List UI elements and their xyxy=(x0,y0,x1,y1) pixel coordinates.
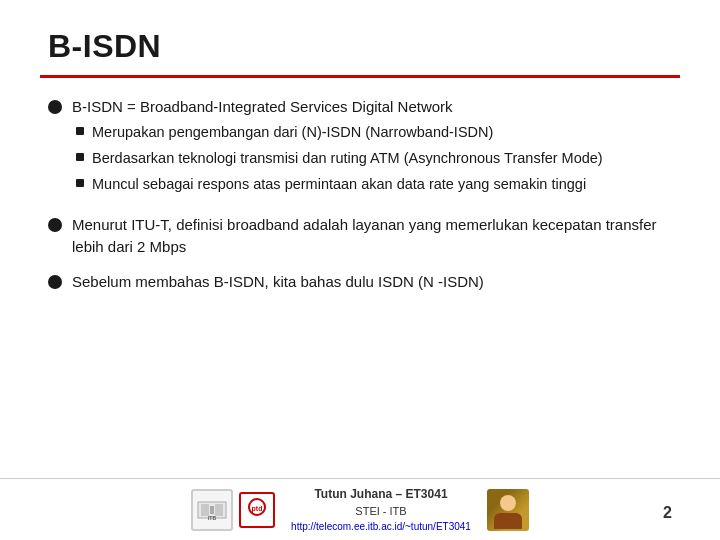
footer-url: http://telecom.ee.itb.ac.id/~tutun/ET304… xyxy=(291,519,471,534)
sub-bullets-1: Merupakan pengembangan dari (N)-ISDN (Na… xyxy=(76,122,672,195)
svg-rect-2 xyxy=(215,504,223,516)
svg-text:ITB: ITB xyxy=(208,515,216,521)
sub-bullet-1-2-text: Berdasarkan teknologi transmisi dan ruti… xyxy=(92,148,603,169)
avatar-head xyxy=(500,495,516,511)
sub-bullet-1-1: Merupakan pengembangan dari (N)-ISDN (Na… xyxy=(76,122,672,143)
bullet-icon-2 xyxy=(48,218,62,232)
title-bar: B-ISDN xyxy=(0,0,720,75)
bullet-2: Menurut ITU-T, definisi broadband adalah… xyxy=(48,214,672,258)
bullet-1-content: B-ISDN = Broadband-Integrated Services D… xyxy=(72,96,672,200)
bullet-3: Sebelum membahas B-ISDN, kita bahas dulu… xyxy=(48,271,672,293)
footer: ITB ptd Tutun Juhana – ET3041 STEI - ITB… xyxy=(0,478,720,540)
logo-itb: ITB xyxy=(191,489,233,531)
footer-text-block: Tutun Juhana – ET3041 STEI - ITB http://… xyxy=(291,485,471,535)
itb-logo-svg: ITB xyxy=(196,494,228,526)
bullet-icon-1 xyxy=(48,100,62,114)
bullet-icon-3 xyxy=(48,275,62,289)
sub-bullet-1-2: Berdasarkan teknologi transmisi dan ruti… xyxy=(76,148,672,169)
slide: B-ISDN B-ISDN = Broadband-Integrated Ser… xyxy=(0,0,720,540)
footer-author: Tutun Juhana – ET3041 xyxy=(291,485,471,503)
bullet-2-content: Menurut ITU-T, definisi broadband adalah… xyxy=(72,214,672,258)
bullet-3-content: Sebelum membahas B-ISDN, kita bahas dulu… xyxy=(72,271,672,293)
sub-bullet-icon-1-3 xyxy=(76,179,84,187)
sub-bullet-icon-1-2 xyxy=(76,153,84,161)
bullet-2-text: Menurut ITU-T, definisi broadband adalah… xyxy=(72,216,657,255)
sub-bullet-icon-1-1 xyxy=(76,127,84,135)
sub-bullet-1-3: Muncul sebagai respons atas permintaan a… xyxy=(76,174,672,195)
avatar-body xyxy=(494,513,522,529)
slide-title: B-ISDN xyxy=(48,28,672,65)
sub-bullet-1-1-text: Merupakan pengembangan dari (N)-ISDN (Na… xyxy=(92,122,493,143)
bullet-1: B-ISDN = Broadband-Integrated Services D… xyxy=(48,96,672,200)
content-area: B-ISDN = Broadband-Integrated Services D… xyxy=(0,78,720,478)
footer-institution: STEI - ITB xyxy=(291,503,471,520)
sub-bullet-1-3-text: Muncul sebagai respons atas permintaan a… xyxy=(92,174,586,195)
bullet-1-text: B-ISDN = Broadband-Integrated Services D… xyxy=(72,98,453,115)
page-number: 2 xyxy=(663,504,672,522)
bullet-3-text: Sebelum membahas B-ISDN, kita bahas dulu… xyxy=(72,273,484,290)
svg-rect-3 xyxy=(210,506,214,514)
svg-text:ptd: ptd xyxy=(252,505,263,513)
speaker-avatar xyxy=(487,489,529,531)
logo-ptd: ptd xyxy=(239,492,275,528)
ptd-logo-svg: ptd xyxy=(242,495,272,525)
footer-logos: ITB ptd xyxy=(191,489,275,531)
